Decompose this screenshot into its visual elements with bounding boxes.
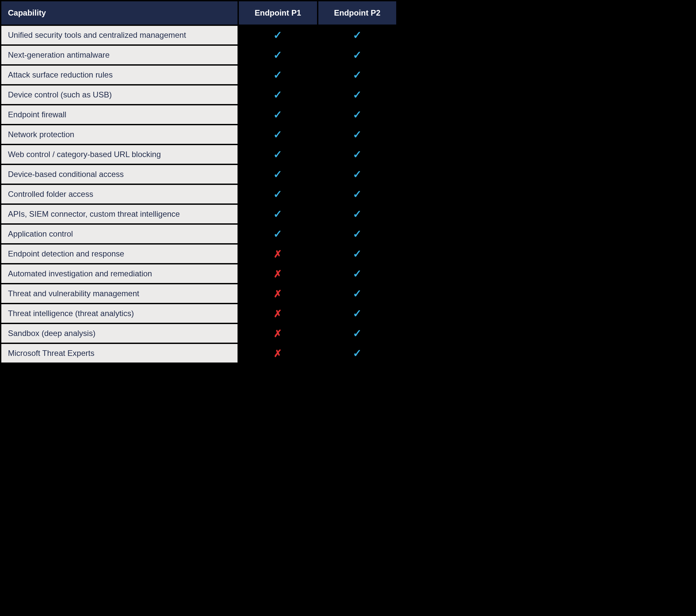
p1-cell: ✗	[238, 323, 317, 343]
p2-cell: ✓	[318, 303, 397, 323]
p1-cell: ✓	[238, 204, 317, 224]
check-icon: ✓	[353, 188, 362, 200]
table-row: Automated investigation and remediation✗…	[1, 264, 397, 284]
p1-cell: ✓	[238, 65, 317, 85]
p2-cell: ✓	[318, 125, 397, 144]
table-row: Network protection✓✓	[1, 125, 397, 144]
cross-icon: ✗	[274, 308, 282, 319]
check-icon: ✓	[353, 288, 362, 300]
capability-cell: Sandbox (deep analysis)	[1, 323, 238, 343]
capability-cell: Next-generation antimalware	[1, 45, 238, 65]
header-endpoint-p1: Endpoint P1	[238, 1, 317, 25]
p2-cell: ✓	[318, 105, 397, 125]
p1-cell: ✓	[238, 184, 317, 204]
table-row: Unified security tools and centralized m…	[1, 25, 397, 45]
p2-cell: ✓	[318, 204, 397, 224]
check-icon: ✓	[353, 327, 362, 339]
p1-cell: ✓	[238, 45, 317, 65]
capability-cell: Application control	[1, 224, 238, 244]
check-icon: ✓	[353, 268, 362, 280]
check-icon: ✓	[273, 148, 282, 160]
table-row: Controlled folder access✓✓	[1, 184, 397, 204]
table-row: Next-generation antimalware✓✓	[1, 45, 397, 65]
check-icon: ✓	[353, 347, 362, 359]
p1-cell: ✗	[238, 284, 317, 303]
check-icon: ✓	[273, 208, 282, 220]
table-row: Threat and vulnerability management✗✓	[1, 284, 397, 303]
p2-cell: ✓	[318, 264, 397, 284]
p1-cell: ✓	[238, 25, 317, 45]
p1-cell: ✓	[238, 144, 317, 164]
p2-cell: ✓	[318, 343, 397, 363]
check-icon: ✓	[353, 49, 362, 61]
p2-cell: ✓	[318, 323, 397, 343]
p2-cell: ✓	[318, 144, 397, 164]
check-icon: ✓	[273, 168, 282, 180]
capability-cell: Attack surface reduction rules	[1, 65, 238, 85]
p2-cell: ✓	[318, 224, 397, 244]
p1-cell: ✓	[238, 105, 317, 125]
check-icon: ✓	[273, 89, 282, 101]
check-icon: ✓	[353, 129, 362, 141]
table-row: Device-based conditional access✓✓	[1, 164, 397, 184]
cross-icon: ✗	[274, 249, 282, 259]
capability-cell: Device-based conditional access	[1, 164, 238, 184]
capability-cell: Threat intelligence (threat analytics)	[1, 303, 238, 323]
check-icon: ✓	[273, 228, 282, 240]
check-icon: ✓	[273, 69, 282, 81]
cross-icon: ✗	[274, 348, 282, 359]
p2-cell: ✓	[318, 244, 397, 264]
p1-cell: ✓	[238, 164, 317, 184]
check-icon: ✓	[353, 69, 362, 81]
header-capability: Capability	[1, 1, 238, 25]
p1-cell: ✗	[238, 303, 317, 323]
check-icon: ✓	[353, 248, 362, 260]
p1-cell: ✓	[238, 224, 317, 244]
check-icon: ✓	[273, 188, 282, 200]
p2-cell: ✓	[318, 45, 397, 65]
p2-cell: ✓	[318, 184, 397, 204]
p1-cell: ✓	[238, 85, 317, 105]
capability-cell: Threat and vulnerability management	[1, 284, 238, 303]
check-icon: ✓	[353, 148, 362, 160]
capability-cell: Automated investigation and remediation	[1, 264, 238, 284]
check-icon: ✓	[353, 208, 362, 220]
table-body: Unified security tools and centralized m…	[1, 25, 397, 363]
capability-cell: Endpoint firewall	[1, 105, 238, 125]
table-row: Endpoint firewall✓✓	[1, 105, 397, 125]
table-row: Microsoft Threat Experts✗✓	[1, 343, 397, 363]
check-icon: ✓	[353, 109, 362, 121]
check-icon: ✓	[353, 228, 362, 240]
table-row: Sandbox (deep analysis)✗✓	[1, 323, 397, 343]
cross-icon: ✗	[274, 328, 282, 339]
p1-cell: ✗	[238, 343, 317, 363]
check-icon: ✓	[353, 89, 362, 101]
header-endpoint-p2: Endpoint P2	[318, 1, 397, 25]
capability-cell: Unified security tools and centralized m…	[1, 25, 238, 45]
check-icon: ✓	[353, 307, 362, 319]
table-row: Endpoint detection and response✗✓	[1, 244, 397, 264]
capability-cell: Web control / category-based URL blockin…	[1, 144, 238, 164]
cross-icon: ✗	[274, 288, 282, 299]
p2-cell: ✓	[318, 65, 397, 85]
table-row: Application control✓✓	[1, 224, 397, 244]
p2-cell: ✓	[318, 284, 397, 303]
table-row: Attack surface reduction rules✓✓	[1, 65, 397, 85]
capability-comparison-table: Capability Endpoint P1 Endpoint P2 Unifi…	[0, 0, 397, 364]
capability-cell: Network protection	[1, 125, 238, 144]
capability-cell: Device control (such as USB)	[1, 85, 238, 105]
p1-cell: ✗	[238, 244, 317, 264]
p2-cell: ✓	[318, 164, 397, 184]
capability-cell: Controlled folder access	[1, 184, 238, 204]
p1-cell: ✓	[238, 125, 317, 144]
p2-cell: ✓	[318, 85, 397, 105]
table-row: APIs, SIEM connector, custom threat inte…	[1, 204, 397, 224]
check-icon: ✓	[353, 29, 362, 41]
capability-cell: Endpoint detection and response	[1, 244, 238, 264]
check-icon: ✓	[273, 49, 282, 61]
check-icon: ✓	[273, 109, 282, 121]
cross-icon: ✗	[274, 268, 282, 279]
table-row: Web control / category-based URL blockin…	[1, 144, 397, 164]
capability-cell: APIs, SIEM connector, custom threat inte…	[1, 204, 238, 224]
p2-cell: ✓	[318, 25, 397, 45]
